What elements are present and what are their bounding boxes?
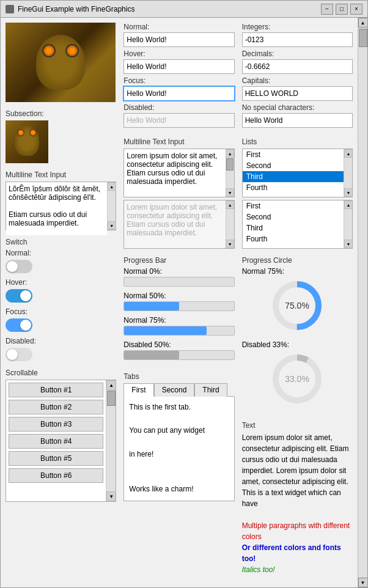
scroll-btn-3[interactable]: Button #3: [9, 417, 103, 432]
text-panel: Text Lorem ipsum dolor sit amet, consect…: [240, 419, 355, 578]
right-scroll-thumb[interactable]: [359, 29, 367, 47]
integers-panel: Integers: Decimals: Capitals: No special…: [240, 20, 355, 133]
close-button[interactable]: ×: [350, 4, 362, 15]
focus-input-label: Focus:: [123, 76, 234, 85]
normal-input[interactable]: [123, 32, 234, 47]
progress-bar-panel: Progress Bar Normal 0%: Normal 50%:: [121, 254, 237, 367]
progress-0-row: Normal 0%:: [123, 267, 234, 287]
switch-container: Normal: Hover: Focus:: [6, 249, 116, 361]
ml-scroll-up-col2[interactable]: ▲: [226, 149, 234, 158]
list-item-third-1[interactable]: Third: [243, 171, 344, 182]
list-item-second-1[interactable]: Second: [243, 160, 344, 171]
progress-disabled-label: Disabled 50%:: [123, 340, 234, 349]
circle-33-label: Disabled 33%:: [242, 340, 289, 349]
list-scroll-down-2[interactable]: ▼: [344, 240, 353, 248]
text-label: Text: [242, 421, 353, 430]
list-item-fourth-2[interactable]: Fourth: [243, 233, 344, 244]
progress-75-fill: [124, 326, 206, 335]
tab-third[interactable]: Third: [194, 383, 227, 397]
tab-content-line1: This is the first tab.: [129, 402, 229, 413]
progress-disabled-track: [123, 350, 234, 360]
tab-content-line4: Works like a charm!: [129, 483, 229, 495]
switch-normal-thumb: [7, 261, 18, 272]
switch-hover[interactable]: [6, 289, 32, 303]
progress-50-row: Normal 50%:: [123, 292, 234, 311]
switch-focus-row: Focus:: [6, 307, 116, 332]
circle-33-wrap: 33.0%: [242, 351, 353, 406]
right-scroll-up[interactable]: ▲: [358, 18, 368, 28]
tab-second[interactable]: Second: [154, 383, 195, 397]
decimals-input[interactable]: [242, 59, 353, 74]
hover-input[interactable]: [123, 59, 234, 74]
switch-focus[interactable]: [6, 318, 32, 332]
tab-bar: First Second Third: [123, 383, 234, 397]
list-scroll-up-1[interactable]: ▲: [344, 149, 353, 158]
multiline-input-col1: LõrĔm ĭpšum dõlõr šit āmĕt, cõnšĕctĕtūr …: [6, 182, 116, 230]
text-red: Multiple paragraphs with different color…: [242, 521, 350, 541]
no-special-input[interactable]: [242, 113, 353, 128]
disabled-input-row: Disabled:: [123, 103, 234, 128]
owl-small-eye-left: [17, 129, 24, 136]
scroll-btn-2[interactable]: Button #2: [9, 400, 103, 414]
capitals-input[interactable]: [242, 86, 353, 101]
normal-input-label: Normal:: [123, 23, 234, 31]
column-1: Subsection: Multiline Text Input LõrĔm ĭ…: [3, 20, 119, 585]
multiline-panel-col1: Multiline Text Input LõrĔm ĭpšum dõlõr š…: [3, 168, 119, 233]
switch-hover-row: Hover:: [6, 278, 116, 303]
owl-small-eye-right: [29, 129, 37, 136]
no-special-label: No special characters:: [242, 103, 353, 112]
circle-75-wrap: 75.0%: [242, 278, 353, 333]
scrollable-label: Scrollable: [6, 369, 116, 377]
scrollable-thumb[interactable]: [107, 391, 116, 406]
text-blue: Or different colors and fonts too!: [242, 543, 341, 563]
focus-input[interactable]: [123, 86, 234, 101]
scrollable-up[interactable]: ▲: [106, 380, 116, 390]
switch-focus-thumb: [20, 320, 31, 331]
progress-75-row: Normal 75%:: [123, 316, 234, 336]
tabs-panel: Tabs First Second Third This is the firs…: [121, 370, 237, 504]
switch-panel: Switch Normal: Hover:: [3, 235, 119, 364]
capitals-label: Capitals:: [242, 76, 353, 85]
normal-input-row: Normal:: [123, 23, 234, 47]
multiline-textarea-disabled-col2: Lorem ipsum dolor sit amet, consectetur …: [124, 200, 225, 248]
list-item-first-2[interactable]: First: [243, 200, 344, 211]
list-item-second-2[interactable]: Second: [243, 211, 344, 222]
scroll-down-arrow[interactable]: ▼: [108, 221, 116, 230]
minimize-button[interactable]: −: [321, 4, 333, 15]
list-item-third-2[interactable]: Third: [243, 222, 344, 233]
hover-input-row: Hover:: [123, 50, 234, 74]
multiline-textarea-col2[interactable]: Lorem ipsum dolor sit amet, consectetur …: [124, 149, 225, 197]
right-scroll-down[interactable]: ▼: [358, 578, 368, 587]
list-scroll-down-1[interactable]: ▼: [344, 188, 353, 197]
circle-33-svg: 33.0%: [270, 351, 325, 406]
integers-input[interactable]: [242, 32, 353, 47]
maximize-button[interactable]: □: [336, 4, 348, 15]
tab-first[interactable]: First: [123, 383, 153, 397]
progress-75-label: Normal 75%:: [123, 316, 234, 325]
scroll-up-arrow[interactable]: ▲: [108, 182, 116, 191]
no-special-row: No special characters:: [242, 103, 353, 128]
progress-50-track: [123, 301, 234, 311]
scrollable-down[interactable]: ▼: [106, 491, 116, 501]
switch-normal[interactable]: [6, 260, 32, 273]
list-item-first-1[interactable]: First: [243, 149, 344, 160]
ml-scroll-down-col2[interactable]: ▼: [226, 188, 234, 197]
list-item-fourth-1[interactable]: Fourth: [243, 182, 344, 193]
hover-input-label: Hover:: [123, 50, 234, 58]
scroll-btn-4[interactable]: Button #4: [9, 434, 103, 449]
multiline-active-col2: Lorem ipsum dolor sit amet, consectetur …: [123, 149, 234, 197]
progress-disabled-fill: [124, 351, 179, 359]
scroll-btn-1[interactable]: Button #1: [9, 383, 103, 397]
multiline-scrollbar-col2: ▲ ▼: [226, 149, 234, 197]
owl-main-image: [6, 23, 116, 102]
progress-75-track: [123, 326, 234, 336]
switch-hover-label: Hover:: [6, 278, 116, 287]
decimals-row: Decimals:: [242, 50, 353, 74]
list-scroll-up-2[interactable]: ▲: [344, 200, 353, 209]
switch-label: Switch: [6, 238, 116, 246]
scroll-btn-5[interactable]: Button #5: [9, 451, 103, 466]
multiline-label-col1: Multiline Text Input: [6, 171, 116, 179]
app-icon: [6, 5, 14, 13]
scroll-btn-6[interactable]: Button #6: [9, 468, 103, 483]
ml-thumb-col2[interactable]: [226, 158, 234, 171]
